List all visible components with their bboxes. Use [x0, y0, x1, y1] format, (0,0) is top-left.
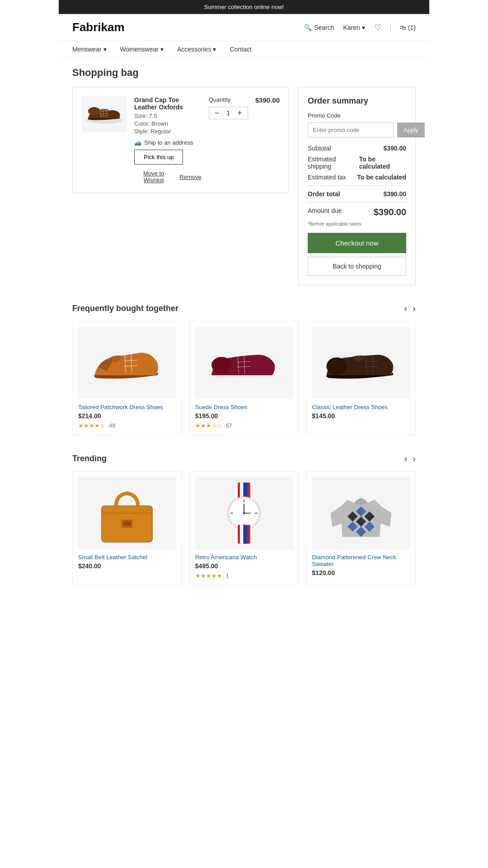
search-button[interactable]: 🔍 Search: [304, 24, 334, 31]
product-image-suede: [195, 327, 293, 399]
quantity-increase-button[interactable]: +: [237, 109, 242, 117]
quantity-label: Quantity: [209, 96, 230, 103]
search-label: Search: [314, 24, 334, 31]
frequently-bought-grid: Tailored Patchwork Dress Shoes $214.00 ★…: [72, 321, 416, 435]
trending-carousel-nav: ‹ ›: [404, 453, 416, 464]
checkout-button[interactable]: Checkout now: [308, 233, 406, 253]
shoe-svg: [84, 101, 125, 128]
svg-rect-44: [248, 525, 250, 543]
trending-grid: Small Belt Leather Satchel $240.00: [72, 471, 416, 585]
bag-icon: 🛍: [400, 24, 406, 31]
product-image-sweater: [312, 477, 410, 549]
product-price-watch: $495.00: [195, 562, 293, 570]
trending-prev-button[interactable]: ‹: [404, 453, 408, 464]
tailored-shoe-svg: [86, 334, 168, 392]
svg-point-1: [88, 107, 100, 115]
product-rating-classic: [312, 421, 410, 429]
product-name-classic: Classic Leather Dress Shoes: [312, 404, 410, 410]
wishlist-button[interactable]: ♡: [374, 23, 381, 33]
trending-title: Trending: [72, 454, 107, 463]
suede-shoe-svg: [203, 334, 285, 392]
cart-button[interactable]: 🛍 (1): [400, 24, 416, 31]
carousel-next-button[interactable]: ›: [413, 303, 416, 314]
item-style: Style: Regular: [134, 128, 202, 135]
product-name-watch: Retro Americana Watch: [195, 554, 293, 561]
nav-label-contact: Contact: [230, 46, 251, 53]
nav-item-contact[interactable]: Contact: [230, 46, 251, 53]
amount-due-label: Amount due: [308, 207, 342, 217]
logo[interactable]: Fabrikam: [72, 20, 304, 34]
header: Fabrikam 🔍 Search Karen ▾ ♡ 🛍 (1): [59, 14, 429, 41]
chevron-down-icon: ▾: [213, 46, 216, 53]
promo-label: Promo Code: [308, 112, 406, 119]
watch-svg: [210, 479, 278, 547]
quantity-decrease-button[interactable]: −: [215, 109, 220, 117]
user-menu-button[interactable]: Karen ▾: [343, 24, 365, 31]
chevron-down-icon: ▾: [362, 24, 365, 31]
page-title: Shopping bag: [72, 67, 416, 79]
main-nav: Menswear ▾ Womenswear ▾ Accessories ▾ Co…: [59, 41, 429, 58]
nav-item-accessories[interactable]: Accessories ▾: [177, 46, 216, 53]
product-price-classic: $145.00: [312, 412, 410, 420]
product-card-classic[interactable]: Classic Leather Dress Shoes $145.00: [306, 321, 416, 435]
product-image-classic: [312, 327, 410, 399]
promo-input[interactable]: [308, 123, 394, 137]
item-name: Grand Cap Toe Leather Oxfords: [134, 96, 202, 111]
nav-item-menswear[interactable]: Menswear ▾: [72, 46, 107, 53]
summary-divider: [308, 185, 406, 186]
pick-up-button[interactable]: Pick this up: [134, 150, 183, 165]
satchel-svg: [91, 479, 163, 547]
promo-row: Apply: [308, 123, 406, 137]
trending-header: Trending ‹ ›: [72, 453, 416, 464]
shipping-row: Estimated shipping To be calculated: [308, 156, 406, 170]
product-rating-tailored: ★★★★☆ 49: [78, 421, 176, 429]
nav-label-womenswear: Womenswear: [120, 46, 159, 53]
item-actions: Move to Wishlist Remove: [134, 170, 202, 184]
product-rating-suede: ★★★☆☆ 57: [195, 421, 293, 429]
shipping-label: Ship to an address: [144, 139, 193, 146]
nav-label-accessories: Accessories: [177, 46, 211, 53]
product-name-satchel: Small Belt Leather Satchel: [78, 554, 176, 561]
nav-label-menswear: Menswear: [72, 46, 102, 53]
product-card-satchel[interactable]: Small Belt Leather Satchel $240.00: [72, 471, 182, 585]
product-price-tailored: $214.00: [78, 412, 176, 420]
product-name-tailored: Tailored Patchwork Dress Shoes: [78, 404, 176, 410]
tax-row: Estimated tax To be calculated: [308, 174, 406, 181]
product-name-sweater: Diamond Patterened Crew Neck Sweater: [312, 554, 410, 567]
move-to-wishlist-button[interactable]: Move to Wishlist: [134, 170, 173, 184]
subtotal-row: Subtotal $390.00: [308, 145, 406, 152]
apply-button[interactable]: Apply: [397, 123, 425, 137]
frequently-bought-title: Frequently bought together: [72, 304, 178, 313]
order-summary: Order summary Promo Code Apply Subtotal …: [298, 87, 416, 285]
chevron-down-icon: ▾: [103, 46, 107, 53]
item-image: [82, 96, 127, 132]
cart-count: (1): [408, 24, 416, 31]
item-color: Color: Brown: [134, 120, 202, 127]
banner-text: Summer collection online now!: [204, 4, 284, 10]
product-card-tailored[interactable]: Tailored Patchwork Dress Shoes $214.00 ★…: [72, 321, 182, 435]
svg-rect-43: [238, 525, 240, 543]
item-details: Grand Cap Toe Leather Oxfords Size: 7.5 …: [134, 96, 202, 184]
back-to-shopping-button[interactable]: Back to shopping: [308, 257, 406, 276]
remove-button[interactable]: Remove: [179, 170, 201, 184]
product-price-satchel: $240.00: [78, 562, 176, 570]
product-card-watch[interactable]: Retro Americana Watch $495.00 ★★★★★ 1: [189, 471, 299, 585]
product-card-suede[interactable]: Suede Dress Shoes $195.00 ★★★☆☆ 57: [189, 321, 299, 435]
main-content: Shopping bag: [59, 58, 429, 594]
product-card-sweater[interactable]: Diamond Patterened Crew Neck Sweater $12…: [306, 471, 416, 585]
tax-note: *Before applicable taxes: [308, 221, 406, 226]
nav-item-womenswear[interactable]: Womenswear ▾: [120, 46, 164, 53]
heart-icon: ♡: [374, 23, 381, 32]
bag-layout: Grand Cap Toe Leather Oxfords Size: 7.5 …: [72, 87, 416, 285]
classic-shoe-svg: [320, 334, 402, 392]
summary-divider2: [308, 202, 406, 203]
carousel-prev-button[interactable]: ‹: [404, 303, 408, 314]
header-divider: [390, 23, 391, 32]
order-total-row: Order total $390.00: [308, 190, 406, 198]
svg-point-11: [211, 357, 232, 373]
amount-due-value: $390.00: [374, 207, 406, 217]
trending-next-button[interactable]: ›: [413, 453, 416, 464]
sweater-svg: [327, 479, 395, 547]
quantity-value: 1: [225, 109, 232, 117]
item-price: $390.00: [255, 96, 280, 104]
